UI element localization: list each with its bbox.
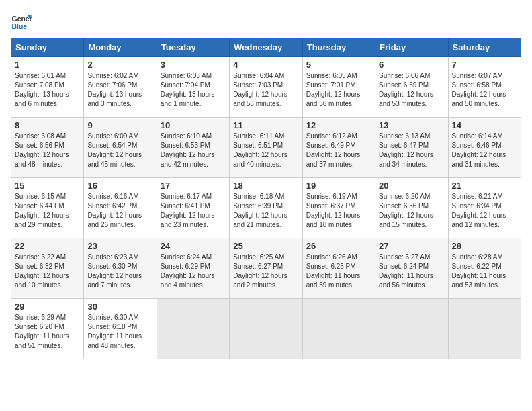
calendar-cell: 9 Sunrise: 6:09 AM Sunset: 6:54 PM Dayli… bbox=[84, 118, 157, 178]
day-info: Sunrise: 6:09 AM Sunset: 6:54 PM Dayligh… bbox=[87, 132, 142, 168]
calendar-week-2: 8 Sunrise: 6:08 AM Sunset: 6:56 PM Dayli… bbox=[11, 118, 521, 178]
calendar-table: SundayMondayTuesdayWednesdayThursdayFrid… bbox=[11, 38, 521, 359]
weekday-header-monday: Monday bbox=[84, 38, 157, 57]
day-number: 1 bbox=[15, 60, 80, 70]
calendar-body: 1 Sunrise: 6:01 AM Sunset: 7:08 PM Dayli… bbox=[11, 57, 521, 359]
day-info: Sunrise: 6:08 AM Sunset: 6:56 PM Dayligh… bbox=[15, 132, 69, 168]
calendar-cell: 16 Sunrise: 6:16 AM Sunset: 6:42 PM Dayl… bbox=[84, 178, 157, 238]
logo: General Blue bbox=[11, 11, 32, 32]
day-info: Sunrise: 6:22 AM Sunset: 6:32 PM Dayligh… bbox=[15, 253, 69, 289]
calendar-week-1: 1 Sunrise: 6:01 AM Sunset: 7:08 PM Dayli… bbox=[11, 57, 521, 118]
day-number: 20 bbox=[379, 181, 444, 191]
calendar-cell: 21 Sunrise: 6:21 AM Sunset: 6:34 PM Dayl… bbox=[448, 178, 521, 238]
day-info: Sunrise: 6:24 AM Sunset: 6:29 PM Dayligh… bbox=[161, 253, 215, 289]
logo-icon: General Blue bbox=[11, 11, 32, 32]
calendar-cell bbox=[375, 299, 448, 359]
day-number: 3 bbox=[161, 60, 226, 70]
calendar-cell: 1 Sunrise: 6:01 AM Sunset: 7:08 PM Dayli… bbox=[11, 57, 84, 118]
calendar-cell: 22 Sunrise: 6:22 AM Sunset: 6:32 PM Dayl… bbox=[11, 238, 84, 299]
calendar-cell: 3 Sunrise: 6:03 AM Sunset: 7:04 PM Dayli… bbox=[157, 57, 229, 118]
calendar-cell: 24 Sunrise: 6:24 AM Sunset: 6:29 PM Dayl… bbox=[157, 238, 229, 299]
day-info: Sunrise: 6:10 AM Sunset: 6:53 PM Dayligh… bbox=[161, 132, 215, 168]
calendar-cell: 7 Sunrise: 6:07 AM Sunset: 6:58 PM Dayli… bbox=[448, 57, 521, 118]
day-number: 9 bbox=[87, 120, 152, 130]
day-number: 26 bbox=[306, 241, 371, 251]
day-number: 23 bbox=[87, 241, 152, 251]
calendar-cell: 20 Sunrise: 6:20 AM Sunset: 6:36 PM Dayl… bbox=[375, 178, 448, 238]
day-number: 13 bbox=[379, 120, 444, 130]
day-number: 15 bbox=[15, 181, 80, 191]
day-info: Sunrise: 6:25 AM Sunset: 6:27 PM Dayligh… bbox=[233, 253, 287, 289]
calendar-cell: 17 Sunrise: 6:17 AM Sunset: 6:41 PM Dayl… bbox=[157, 178, 229, 238]
day-info: Sunrise: 6:18 AM Sunset: 6:39 PM Dayligh… bbox=[233, 193, 287, 228]
calendar-cell bbox=[448, 299, 521, 359]
calendar-cell: 28 Sunrise: 6:28 AM Sunset: 6:22 PM Dayl… bbox=[448, 238, 521, 299]
weekday-header-friday: Friday bbox=[375, 38, 448, 57]
calendar-cell: 15 Sunrise: 6:15 AM Sunset: 6:44 PM Dayl… bbox=[11, 178, 84, 238]
day-info: Sunrise: 6:19 AM Sunset: 6:37 PM Dayligh… bbox=[306, 193, 361, 228]
calendar-cell bbox=[230, 299, 302, 359]
day-info: Sunrise: 6:14 AM Sunset: 6:46 PM Dayligh… bbox=[452, 132, 506, 168]
day-info: Sunrise: 6:11 AM Sunset: 6:51 PM Dayligh… bbox=[233, 132, 287, 168]
day-number: 5 bbox=[306, 60, 371, 70]
calendar-cell: 27 Sunrise: 6:27 AM Sunset: 6:24 PM Dayl… bbox=[375, 238, 448, 299]
calendar-week-5: 29 Sunrise: 6:29 AM Sunset: 6:20 PM Dayl… bbox=[11, 299, 521, 359]
day-info: Sunrise: 6:07 AM Sunset: 6:58 PM Dayligh… bbox=[452, 72, 506, 107]
calendar-cell: 10 Sunrise: 6:10 AM Sunset: 6:53 PM Dayl… bbox=[157, 118, 229, 178]
day-info: Sunrise: 6:26 AM Sunset: 6:25 PM Dayligh… bbox=[306, 253, 361, 289]
day-info: Sunrise: 6:13 AM Sunset: 6:47 PM Dayligh… bbox=[379, 132, 433, 168]
day-number: 8 bbox=[15, 120, 80, 130]
day-number: 30 bbox=[87, 302, 152, 312]
day-number: 2 bbox=[87, 60, 152, 70]
calendar-week-3: 15 Sunrise: 6:15 AM Sunset: 6:44 PM Dayl… bbox=[11, 178, 521, 238]
weekday-header-saturday: Saturday bbox=[448, 38, 521, 57]
day-number: 6 bbox=[379, 60, 444, 70]
day-info: Sunrise: 6:04 AM Sunset: 7:03 PM Dayligh… bbox=[233, 72, 287, 107]
day-number: 17 bbox=[161, 181, 226, 191]
day-info: Sunrise: 6:03 AM Sunset: 7:04 PM Dayligh… bbox=[161, 72, 215, 107]
day-number: 18 bbox=[233, 181, 298, 191]
calendar-cell: 29 Sunrise: 6:29 AM Sunset: 6:20 PM Dayl… bbox=[11, 299, 84, 359]
calendar-cell: 18 Sunrise: 6:18 AM Sunset: 6:39 PM Dayl… bbox=[230, 178, 302, 238]
day-info: Sunrise: 6:06 AM Sunset: 6:59 PM Dayligh… bbox=[379, 72, 433, 107]
day-info: Sunrise: 6:23 AM Sunset: 6:30 PM Dayligh… bbox=[87, 253, 142, 289]
calendar-cell: 14 Sunrise: 6:14 AM Sunset: 6:46 PM Dayl… bbox=[448, 118, 521, 178]
calendar-cell: 2 Sunrise: 6:02 AM Sunset: 7:06 PM Dayli… bbox=[84, 57, 157, 118]
day-info: Sunrise: 6:02 AM Sunset: 7:06 PM Dayligh… bbox=[87, 72, 142, 107]
day-number: 12 bbox=[306, 120, 371, 130]
calendar-cell: 6 Sunrise: 6:06 AM Sunset: 6:59 PM Dayli… bbox=[375, 57, 448, 118]
day-number: 7 bbox=[452, 60, 517, 70]
weekday-header-thursday: Thursday bbox=[302, 38, 375, 57]
day-info: Sunrise: 6:20 AM Sunset: 6:36 PM Dayligh… bbox=[379, 193, 433, 228]
calendar-cell: 11 Sunrise: 6:11 AM Sunset: 6:51 PM Dayl… bbox=[230, 118, 302, 178]
weekday-header-sunday: Sunday bbox=[11, 38, 84, 57]
svg-text:Blue: Blue bbox=[12, 23, 28, 30]
day-info: Sunrise: 6:05 AM Sunset: 7:01 PM Dayligh… bbox=[306, 72, 361, 107]
day-info: Sunrise: 6:15 AM Sunset: 6:44 PM Dayligh… bbox=[15, 193, 69, 228]
day-info: Sunrise: 6:27 AM Sunset: 6:24 PM Dayligh… bbox=[379, 253, 433, 289]
day-info: Sunrise: 6:21 AM Sunset: 6:34 PM Dayligh… bbox=[452, 193, 506, 228]
day-info: Sunrise: 6:17 AM Sunset: 6:41 PM Dayligh… bbox=[161, 193, 215, 228]
day-number: 16 bbox=[87, 181, 152, 191]
calendar-cell: 19 Sunrise: 6:19 AM Sunset: 6:37 PM Dayl… bbox=[302, 178, 375, 238]
weekday-header-tuesday: Tuesday bbox=[157, 38, 229, 57]
calendar-cell: 4 Sunrise: 6:04 AM Sunset: 7:03 PM Dayli… bbox=[230, 57, 302, 118]
day-number: 19 bbox=[306, 181, 371, 191]
calendar-cell: 13 Sunrise: 6:13 AM Sunset: 6:47 PM Dayl… bbox=[375, 118, 448, 178]
calendar-cell: 5 Sunrise: 6:05 AM Sunset: 7:01 PM Dayli… bbox=[302, 57, 375, 118]
day-number: 22 bbox=[15, 241, 80, 251]
calendar-cell bbox=[302, 299, 375, 359]
day-info: Sunrise: 6:29 AM Sunset: 6:20 PM Dayligh… bbox=[15, 314, 69, 349]
day-info: Sunrise: 6:01 AM Sunset: 7:08 PM Dayligh… bbox=[15, 72, 69, 107]
day-number: 21 bbox=[452, 181, 517, 191]
day-number: 29 bbox=[15, 302, 80, 312]
calendar-cell: 30 Sunrise: 6:30 AM Sunset: 6:18 PM Dayl… bbox=[84, 299, 157, 359]
day-number: 4 bbox=[233, 60, 298, 70]
calendar-header-row: SundayMondayTuesdayWednesdayThursdayFrid… bbox=[11, 38, 521, 57]
day-info: Sunrise: 6:30 AM Sunset: 6:18 PM Dayligh… bbox=[87, 314, 142, 349]
calendar-cell: 25 Sunrise: 6:25 AM Sunset: 6:27 PM Dayl… bbox=[230, 238, 302, 299]
calendar-cell: 8 Sunrise: 6:08 AM Sunset: 6:56 PM Dayli… bbox=[11, 118, 84, 178]
day-number: 10 bbox=[161, 120, 226, 130]
day-info: Sunrise: 6:12 AM Sunset: 6:49 PM Dayligh… bbox=[306, 132, 361, 168]
calendar-cell: 26 Sunrise: 6:26 AM Sunset: 6:25 PM Dayl… bbox=[302, 238, 375, 299]
